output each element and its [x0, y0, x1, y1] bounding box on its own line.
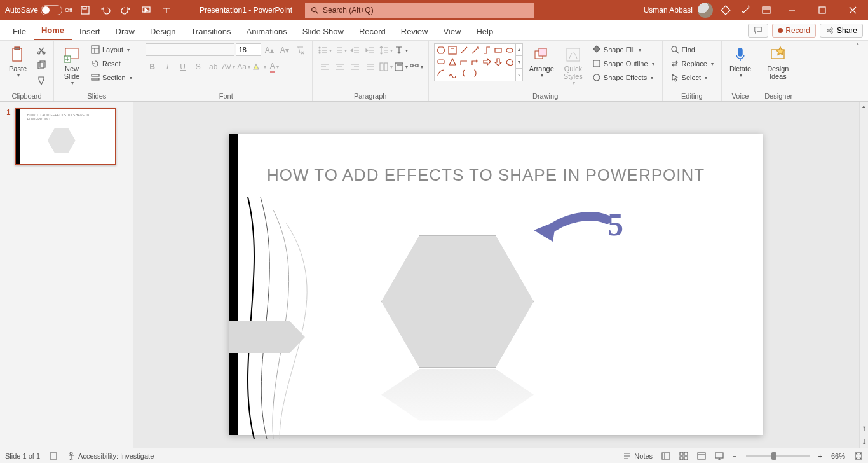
- shape-rect-icon[interactable]: [493, 45, 503, 55]
- shape-elbow-arrow-icon[interactable]: [470, 57, 480, 67]
- shape-arc-icon[interactable]: [436, 68, 446, 78]
- zoom-slider[interactable]: [746, 455, 810, 457]
- fit-to-window-button[interactable]: [854, 452, 863, 460]
- normal-view-button[interactable]: [661, 452, 670, 460]
- tab-file[interactable]: File: [5, 23, 34, 40]
- italic-button[interactable]: I: [161, 60, 175, 74]
- notes-button[interactable]: Notes: [623, 452, 653, 460]
- tab-view[interactable]: View: [435, 23, 468, 40]
- shape-line-icon[interactable]: [459, 45, 469, 55]
- strikethrough-button[interactable]: S: [191, 60, 205, 74]
- convert-smartart-button[interactable]: ▾: [409, 60, 423, 74]
- autosave-toggle[interactable]: AutoSave Off: [5, 5, 72, 15]
- wand-icon[interactable]: [738, 3, 754, 18]
- shape-hexagon-icon[interactable]: [436, 45, 446, 55]
- slide-title[interactable]: HOW TO ADD EFFECTS TO SHAPE IN POWERPOIN…: [267, 165, 737, 185]
- slide-sorter-button[interactable]: [679, 452, 688, 460]
- minimize-button[interactable]: [779, 0, 804, 20]
- tab-animations[interactable]: Animations: [239, 23, 295, 40]
- tab-design[interactable]: Design: [142, 23, 183, 40]
- decrease-indent-button[interactable]: [348, 43, 362, 57]
- shape-arrow-line-icon[interactable]: [470, 45, 480, 55]
- font-color-button[interactable]: A▾: [268, 60, 281, 74]
- shape-fill-button[interactable]: Shape Fill▾: [590, 43, 657, 56]
- tab-review[interactable]: Review: [393, 23, 436, 40]
- reset-button[interactable]: Reset: [88, 57, 135, 70]
- shape-roundrect-icon[interactable]: [436, 57, 446, 67]
- accessibility-status[interactable]: Accessibility: Investigate: [67, 452, 154, 460]
- maximize-button[interactable]: [810, 0, 835, 20]
- reading-view-button[interactable]: [697, 452, 706, 460]
- align-left-button[interactable]: [318, 60, 332, 74]
- ribbon-display-button[interactable]: [759, 3, 774, 18]
- text-shadow-button[interactable]: ab: [207, 60, 220, 74]
- align-center-button[interactable]: [333, 60, 347, 74]
- shapes-gallery[interactable]: ▴ ▾ ▿: [434, 43, 523, 81]
- paste-button[interactable]: Paste▾: [5, 43, 31, 79]
- line-spacing-button[interactable]: ▾: [379, 43, 393, 57]
- hexagon-shape[interactable]: [381, 235, 534, 368]
- next-slide-button[interactable]: ⤓: [860, 435, 868, 448]
- collapse-ribbon-button[interactable]: ˄: [851, 41, 864, 53]
- pentagon-arrow-shape[interactable]: [229, 321, 305, 353]
- char-spacing-button[interactable]: AV▾: [222, 60, 236, 74]
- align-text-button[interactable]: ▾: [394, 60, 408, 74]
- tab-record[interactable]: Record: [351, 23, 393, 40]
- shape-outline-button[interactable]: Shape Outline▾: [590, 57, 657, 70]
- find-button[interactable]: Find: [668, 43, 698, 56]
- increase-font-button[interactable]: A▴: [262, 43, 276, 57]
- format-painter-button[interactable]: [34, 74, 48, 88]
- gallery-expand[interactable]: ▿: [516, 69, 523, 81]
- decrease-font-button[interactable]: A▾: [278, 43, 292, 57]
- scroll-up-button[interactable]: ▴: [860, 102, 868, 111]
- shape-lbrace-icon[interactable]: [459, 68, 469, 78]
- slide-canvas-pane[interactable]: HOW TO ADD EFFECTS TO SHAPE IN POWERPOIN…: [133, 102, 868, 448]
- gallery-scroll-up[interactable]: ▴: [516, 43, 523, 56]
- copy-button[interactable]: [34, 59, 48, 73]
- share-button[interactable]: Share: [820, 24, 863, 38]
- tab-home[interactable]: Home: [34, 22, 72, 40]
- design-ideas-button[interactable]: Design Ideas: [764, 43, 791, 81]
- replace-button[interactable]: Replace▾: [668, 57, 716, 70]
- slideshow-from-start-button[interactable]: [139, 3, 154, 18]
- zoom-in-button[interactable]: +: [818, 452, 822, 460]
- search-box[interactable]: Search (Alt+Q): [305, 3, 534, 18]
- numbering-button[interactable]: ▾: [333, 43, 347, 57]
- slide-thumbnail-1[interactable]: HOW TO ADD EFFECTS TO SHAPE IN POWERPOIN…: [15, 108, 116, 165]
- shape-freeform-icon[interactable]: [505, 57, 515, 67]
- close-button[interactable]: [840, 0, 865, 20]
- record-button[interactable]: Record: [772, 24, 816, 38]
- tab-slide-show[interactable]: Slide Show: [295, 23, 351, 40]
- change-case-button[interactable]: Aa▾: [237, 60, 251, 74]
- shape-rbrace-icon[interactable]: [470, 68, 480, 78]
- tab-draw[interactable]: Draw: [108, 23, 142, 40]
- align-right-button[interactable]: [348, 60, 362, 74]
- arrange-button[interactable]: Arrange▾: [527, 43, 557, 79]
- gallery-scroll-down[interactable]: ▾: [516, 56, 523, 69]
- tab-help[interactable]: Help: [468, 23, 501, 40]
- bold-button[interactable]: B: [146, 60, 159, 74]
- cut-button[interactable]: [34, 43, 48, 57]
- layout-button[interactable]: Layout▾: [88, 43, 135, 56]
- qat-customize-button[interactable]: [159, 3, 174, 18]
- font-size-combo[interactable]: 18: [236, 43, 261, 56]
- prev-slide-button[interactable]: ⤒: [860, 422, 868, 435]
- thumbnail-pane[interactable]: 1 HOW TO ADD EFFECTS TO SHAPE IN POWERPO…: [0, 102, 133, 448]
- shape-connector-icon[interactable]: [482, 45, 492, 55]
- vertical-scrollbar[interactable]: ▴ ⤒ ⤓: [859, 102, 868, 448]
- highlight-button[interactable]: ▾: [252, 60, 266, 74]
- tab-insert[interactable]: Insert: [72, 23, 108, 40]
- spellcheck-status[interactable]: [49, 452, 58, 460]
- new-slide-button[interactable]: New Slide▾: [59, 43, 85, 87]
- shape-elbow-icon[interactable]: [459, 57, 469, 67]
- dictate-button[interactable]: Dictate▾: [727, 43, 754, 79]
- shape-curve-icon[interactable]: [447, 68, 458, 78]
- text-direction-button[interactable]: ▾: [394, 43, 408, 57]
- shape-down-arrow-icon[interactable]: [493, 57, 503, 67]
- clear-formatting-button[interactable]: [293, 43, 307, 57]
- underline-button[interactable]: U: [176, 60, 190, 74]
- diamond-icon[interactable]: [718, 3, 733, 18]
- justify-button[interactable]: [363, 60, 377, 74]
- shape-textbox-icon[interactable]: [447, 45, 458, 55]
- tab-transitions[interactable]: Transitions: [183, 23, 238, 40]
